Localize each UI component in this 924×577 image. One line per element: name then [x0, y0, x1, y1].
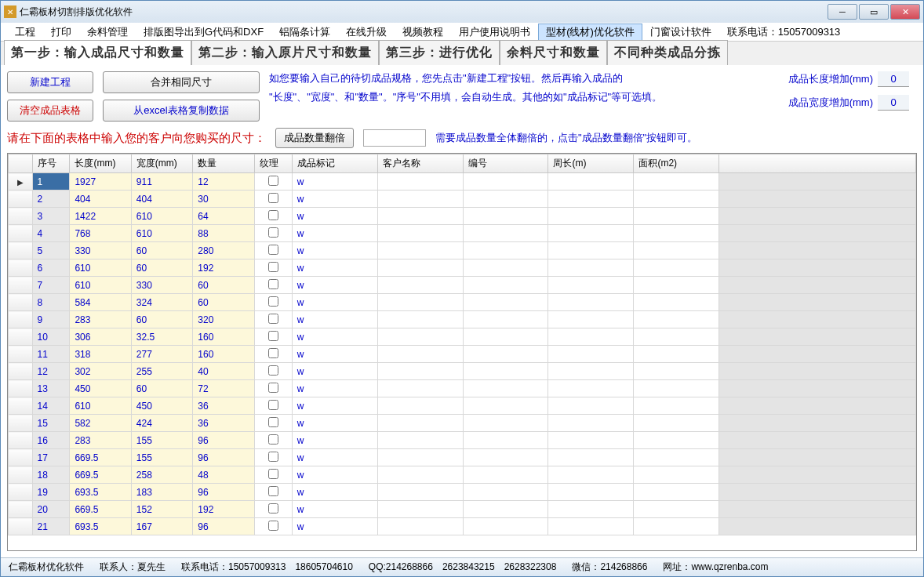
len-add-label: 成品长度增加(mm): [788, 72, 873, 86]
clear-table-button[interactable]: 清空成品表格: [7, 100, 93, 122]
status-qq: QQ:214268866 2623843215 2628322308: [369, 561, 557, 574]
texture-checkbox[interactable]: [268, 417, 278, 427]
grid-container[interactable]: 序号长度(mm)宽度(mm)数量纹理成品标记客户名称编号周长(m)面积(m2)▶…: [7, 153, 917, 551]
tab-2[interactable]: 第三步：进行优化: [379, 40, 500, 65]
close-button[interactable]: ✕: [890, 4, 920, 20]
col-header[interactable]: 周长(m): [548, 154, 634, 173]
menu-item-7[interactable]: 用户使用说明书: [451, 24, 538, 41]
col-header[interactable]: 长度(mm): [70, 154, 131, 173]
status-product: 仁霸板材优化软件: [9, 561, 84, 574]
table-row[interactable]: 761033060w: [9, 277, 916, 294]
col-header[interactable]: 纹理: [254, 154, 292, 173]
qty-hint: 需要成品数量全体翻倍的，点击"成品数量翻倍"按钮即可。: [435, 131, 697, 145]
col-header[interactable]: 编号: [463, 154, 548, 173]
menu-item-0[interactable]: 工程: [7, 24, 43, 41]
col-header[interactable]: 成品标记: [292, 154, 377, 173]
menu-item-1[interactable]: 打印: [43, 24, 79, 41]
status-wechat: 微信：214268866: [572, 561, 647, 574]
col-header[interactable]: 面积(m2): [634, 154, 719, 173]
data-grid: 序号长度(mm)宽度(mm)数量纹理成品标记客户名称编号周长(m)面积(m2)▶…: [8, 154, 916, 535]
table-row[interactable]: 1558242436w: [9, 415, 916, 432]
texture-checkbox[interactable]: [268, 176, 278, 186]
texture-checkbox[interactable]: [268, 521, 278, 531]
tab-3[interactable]: 余料尺寸和数量: [500, 40, 607, 65]
tab-0[interactable]: 第一步：输入成品尺寸和数量: [4, 40, 191, 65]
texture-checkbox[interactable]: [268, 503, 278, 513]
menu-item-9[interactable]: 门窗设计软件: [642, 24, 719, 41]
texture-checkbox[interactable]: [268, 400, 278, 410]
status-phone: 联系电话：15057009313 18605704610: [181, 561, 353, 574]
copy-excel-button[interactable]: 从excel表格复制数据: [103, 100, 260, 122]
col-header[interactable]: 客户名称: [377, 154, 463, 173]
table-row[interactable]: 20669.5152192w: [9, 501, 916, 518]
table-row[interactable]: 1628315596w: [9, 432, 916, 449]
maximize-button[interactable]: ▭: [859, 4, 889, 20]
table-row[interactable]: 19693.518396w: [9, 484, 916, 501]
table-row[interactable]: 858432460w: [9, 294, 916, 311]
table-row[interactable]: 240440430w: [9, 191, 916, 208]
status-url: 网址：www.qzrenba.com: [663, 561, 768, 574]
col-header[interactable]: 数量: [193, 154, 254, 173]
menu-item-10[interactable]: 联系电话：15057009313: [719, 24, 849, 41]
len-add-input[interactable]: [878, 71, 909, 87]
texture-checkbox[interactable]: [268, 262, 278, 272]
table-row[interactable]: 1230225540w: [9, 363, 916, 380]
wid-add-label: 成品宽度增加(mm): [788, 96, 873, 110]
statusbar: 仁霸板材优化软件 联系人：夏先生 联系电话：15057009313 186057…: [1, 557, 923, 576]
tab-4[interactable]: 不同种类成品分拣: [607, 40, 728, 65]
qty-multiply-input[interactable]: [363, 129, 426, 147]
texture-checkbox[interactable]: [268, 383, 278, 393]
tab-1[interactable]: 第二步：输入原片尺寸和数量: [191, 40, 379, 65]
texture-checkbox[interactable]: [268, 452, 278, 462]
menu-item-4[interactable]: 铝隔条计算: [271, 24, 338, 41]
menubar: 工程打印余料管理排版图导出到G代码和DXF铝隔条计算在线升级视频教程用户使用说明…: [1, 23, 923, 42]
texture-checkbox[interactable]: [268, 434, 278, 445]
qty-multiply-button[interactable]: 成品数量翻倍: [275, 128, 354, 148]
info-line-1: 如您要输入自己的待切成品规格，您先点击"新建工程"按钮。然后再输入成品的: [269, 71, 779, 85]
table-row[interactable]: 17669.515596w: [9, 449, 916, 466]
window-title: 仁霸板材切割排版优化软件: [20, 5, 828, 19]
table-row[interactable]: 661060192w: [9, 259, 916, 277]
wid-add-input[interactable]: [878, 95, 909, 111]
texture-checkbox[interactable]: [268, 365, 278, 376]
app-icon: ✕: [4, 5, 16, 18]
table-row[interactable]: 1461045036w: [9, 397, 916, 415]
texture-checkbox[interactable]: [268, 193, 278, 203]
texture-checkbox[interactable]: [268, 227, 278, 238]
col-header[interactable]: 序号: [32, 154, 70, 173]
table-row[interactable]: 3142261064w: [9, 208, 916, 225]
texture-checkbox[interactable]: [268, 314, 278, 324]
table-row[interactable]: 928360320w: [9, 311, 916, 328]
texture-checkbox[interactable]: [268, 469, 278, 479]
menu-item-6[interactable]: 视频教程: [395, 24, 451, 41]
table-row[interactable]: 533060280w: [9, 242, 916, 259]
menu-item-2[interactable]: 余料管理: [79, 24, 136, 41]
menu-item-5[interactable]: 在线升级: [338, 24, 395, 41]
status-contact: 联系人：夏先生: [100, 561, 166, 574]
menu-item-3[interactable]: 排版图导出到G代码和DXF: [136, 24, 271, 41]
table-row[interactable]: 1030632.5160w: [9, 328, 916, 346]
titlebar: ✕ 仁霸板材切割排版优化软件 ─ ▭ ✕: [1, 1, 923, 23]
new-project-button[interactable]: 新建工程: [7, 71, 93, 93]
table-row[interactable]: 21693.516796w: [9, 518, 916, 535]
texture-checkbox[interactable]: [268, 210, 278, 220]
table-row[interactable]: 18669.525848w: [9, 466, 916, 484]
texture-checkbox[interactable]: [268, 331, 278, 341]
merge-same-button[interactable]: 合并相同尺寸: [103, 71, 260, 93]
table-row[interactable]: 134506072w: [9, 380, 916, 397]
instruction-text: 请在下面的表格中输入您的客户向您购买的尺寸：: [7, 131, 266, 146]
table-row[interactable]: 11318277160w: [9, 346, 916, 363]
table-row[interactable]: ▶1192791112w: [9, 173, 916, 191]
info-line-2: "长度"、"宽度"、和"数量"。"序号"不用填，会自动生成。其他的如"成品标记"…: [269, 90, 779, 104]
minimize-button[interactable]: ─: [828, 4, 857, 20]
texture-checkbox[interactable]: [268, 348, 278, 358]
texture-checkbox[interactable]: [268, 296, 278, 307]
texture-checkbox[interactable]: [268, 245, 278, 255]
menu-item-8[interactable]: 型材(线材)优化软件: [538, 24, 642, 41]
texture-checkbox[interactable]: [268, 279, 278, 289]
col-header[interactable]: 宽度(mm): [131, 154, 192, 173]
tabstrip: 第一步：输入成品尺寸和数量第二步：输入原片尺寸和数量第三步：进行优化余料尺寸和数…: [1, 42, 923, 65]
table-row[interactable]: 476861088w: [9, 225, 916, 242]
texture-checkbox[interactable]: [268, 486, 278, 496]
